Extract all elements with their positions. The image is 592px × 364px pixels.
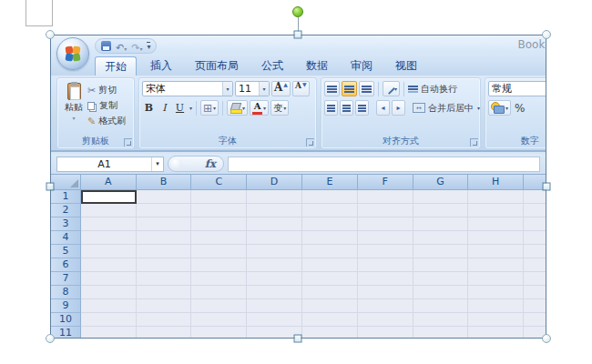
column-header-F[interactable]: F	[358, 175, 413, 190]
grid-cell[interactable]	[468, 299, 524, 313]
row-header-4[interactable]: 4	[51, 231, 81, 245]
grid-cell[interactable]	[247, 272, 302, 286]
tab-3[interactable]: 页面布局	[186, 56, 248, 76]
resize-handle-top-right[interactable]	[542, 30, 551, 39]
name-box[interactable]: A1 ▾	[56, 157, 164, 172]
grid-cell[interactable]	[247, 286, 302, 299]
save-icon[interactable]	[101, 41, 111, 51]
resize-handle-top-center[interactable]	[294, 31, 302, 39]
grid-cell[interactable]	[413, 313, 469, 327]
number-format-combo[interactable]: 常规 ▾	[488, 81, 546, 96]
align-right-button[interactable]	[355, 100, 369, 116]
grid-cell[interactable]	[524, 286, 546, 299]
grid-cell[interactable]	[413, 204, 469, 217]
grid-cell[interactable]	[358, 231, 413, 245]
align-left-button[interactable]	[324, 100, 338, 116]
decrease-font-button[interactable]: A▼	[292, 81, 310, 96]
grid-cell[interactable]	[247, 245, 302, 258]
grid-cell[interactable]	[413, 272, 469, 286]
selected-cell-A1[interactable]	[81, 190, 137, 204]
grid-cell[interactable]	[81, 217, 137, 231]
grid-cell[interactable]	[524, 258, 546, 272]
grid-cell[interactable]	[137, 231, 192, 245]
grid-cell[interactable]	[524, 204, 546, 217]
grid-cell[interactable]	[81, 258, 137, 272]
paste-dropdown-icon[interactable]: ▾	[72, 115, 75, 121]
increase-font-button[interactable]: A▲	[271, 81, 291, 96]
grid-cell[interactable]	[358, 327, 413, 339]
grid-cell[interactable]	[81, 245, 137, 258]
resize-handle-bottom-right[interactable]	[542, 334, 551, 343]
grid-cell[interactable]	[468, 231, 524, 245]
grid-cell[interactable]	[191, 272, 247, 286]
grid-cell[interactable]	[358, 258, 413, 272]
row-header-1[interactable]: 1	[51, 190, 81, 204]
grid-cell[interactable]	[413, 286, 469, 299]
row-header-5[interactable]: 5	[51, 245, 81, 258]
clipboard-dialog-launcher[interactable]	[124, 138, 132, 147]
borders-button[interactable]: ⊞▾	[200, 100, 219, 116]
align-center-button[interactable]	[340, 100, 353, 116]
grid-cell[interactable]	[302, 299, 358, 313]
merge-dropdown-icon[interactable]: ▾	[477, 105, 480, 111]
tab-4[interactable]: 公式	[252, 56, 292, 76]
italic-button[interactable]: I	[158, 100, 171, 116]
font-dialog-launcher[interactable]	[306, 138, 314, 147]
copy-button[interactable]: 复制	[87, 99, 126, 112]
grid-cell[interactable]	[524, 313, 546, 327]
grid-cell[interactable]	[137, 313, 192, 327]
grid-cell[interactable]	[358, 299, 413, 313]
merge-center-button[interactable]: ↔合并后居中▾	[413, 102, 480, 115]
grid-cell[interactable]	[413, 217, 469, 231]
grid-cell[interactable]	[468, 245, 524, 258]
grid-cell[interactable]	[413, 258, 469, 272]
grid-cell[interactable]	[247, 313, 302, 327]
customize-qat-button[interactable]: ▾	[147, 42, 150, 51]
grid-cell[interactable]	[81, 272, 137, 286]
column-header-A[interactable]: A	[81, 175, 137, 190]
grid-cell[interactable]	[358, 217, 413, 231]
grid-cell[interactable]	[468, 190, 524, 204]
grid-cell[interactable]	[191, 327, 247, 339]
grid-cell[interactable]	[191, 204, 247, 217]
resize-handle-bottom-center[interactable]	[294, 335, 302, 343]
grid-cell[interactable]	[358, 245, 413, 258]
resize-handle-top-left[interactable]	[46, 30, 55, 39]
grid-cell[interactable]	[81, 286, 137, 299]
grid-cell[interactable]	[302, 217, 358, 231]
grid-cell[interactable]	[358, 313, 413, 327]
grid-cell[interactable]	[81, 313, 137, 327]
grid-cell[interactable]	[247, 231, 302, 245]
row-header-8[interactable]: 8	[51, 286, 81, 299]
underline-dropdown-icon[interactable]: ▾	[189, 105, 192, 111]
grid-cell[interactable]	[302, 258, 358, 272]
row-header-2[interactable]: 2	[51, 204, 81, 217]
grid-cell[interactable]	[358, 272, 413, 286]
column-header-H[interactable]: H	[468, 175, 524, 190]
column-header-E[interactable]: E	[302, 175, 358, 190]
grid-cell[interactable]	[137, 327, 192, 339]
grid-cell[interactable]	[191, 190, 247, 204]
grid-cell[interactable]	[137, 299, 192, 313]
grid-cell[interactable]	[468, 272, 524, 286]
grid-cell[interactable]	[247, 190, 302, 204]
grid-cell[interactable]	[247, 299, 302, 313]
tab-6[interactable]: 审阅	[342, 56, 382, 76]
grid-cell[interactable]	[137, 217, 192, 231]
redo-button[interactable]: ↷▾	[131, 37, 142, 55]
grid-cell[interactable]	[302, 231, 358, 245]
resize-handle-middle-left[interactable]	[46, 183, 55, 191]
grid-cell[interactable]	[247, 204, 302, 217]
grid-cell[interactable]	[524, 245, 546, 258]
grid-cell[interactable]	[413, 245, 469, 258]
grid-cell[interactable]	[81, 204, 137, 217]
percent-button[interactable]: %	[513, 100, 526, 116]
grid-cell[interactable]	[302, 272, 358, 286]
grid-cell[interactable]	[524, 217, 546, 231]
format-painter-button[interactable]: ✎格式刷	[87, 115, 126, 127]
row-header-7[interactable]: 7	[51, 272, 81, 286]
grid-cell[interactable]	[358, 204, 413, 217]
grid-cell[interactable]	[302, 286, 358, 299]
grid-cell[interactable]	[191, 258, 247, 272]
rotate-handle[interactable]	[292, 6, 303, 17]
